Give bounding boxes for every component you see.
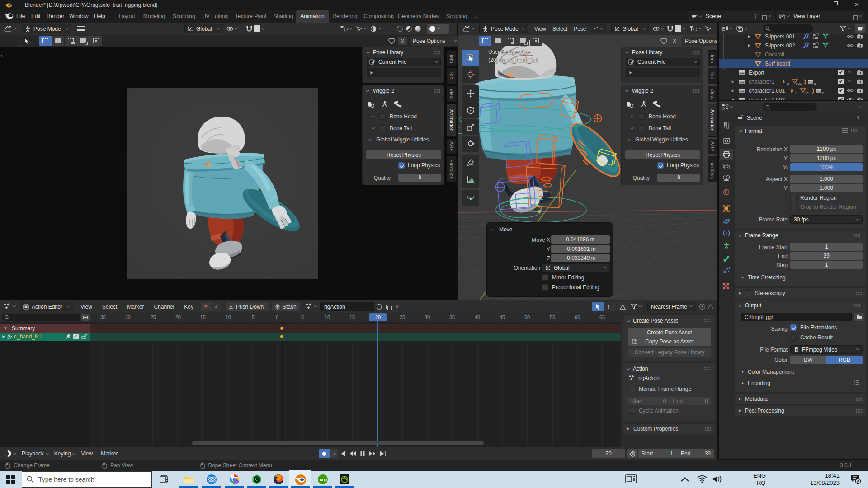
svg-text:y: y bbox=[236, 480, 237, 484]
svg-text:121: 121 bbox=[804, 91, 810, 94]
svg-text:2: 2 bbox=[795, 91, 797, 94]
svg-text:2: 2 bbox=[787, 82, 789, 85]
svg-text:2: 2 bbox=[822, 91, 824, 94]
svg-text:6: 6 bbox=[857, 479, 859, 484]
svg-text:2: 2 bbox=[814, 82, 816, 85]
svg-text:121: 121 bbox=[796, 82, 802, 85]
